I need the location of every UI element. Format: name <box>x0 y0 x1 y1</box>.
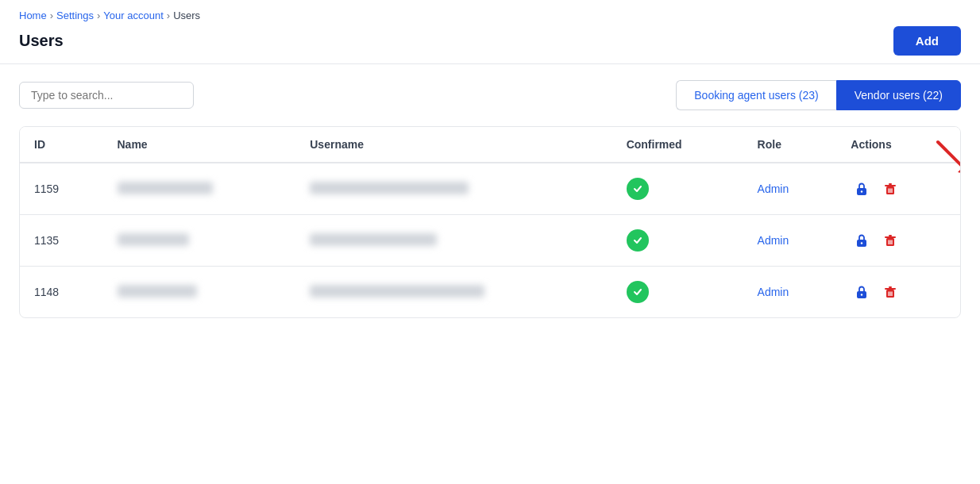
cell-username <box>295 267 612 318</box>
cell-id: 1148 <box>20 267 103 318</box>
cell-role[interactable]: Admin <box>743 267 837 318</box>
confirmed-check-icon <box>627 229 649 252</box>
table-row: 1148Admin <box>20 267 960 318</box>
cell-actions <box>836 215 960 267</box>
actions-group <box>851 281 946 303</box>
users-table: ID Name Username Confirmed Role Actions … <box>20 127 960 317</box>
search-input[interactable] <box>19 82 194 109</box>
cell-name <box>103 215 296 267</box>
breadcrumb-your-account[interactable]: Your account <box>103 10 163 21</box>
svg-rect-25 <box>889 286 892 288</box>
role-link[interactable]: Admin <box>758 182 789 195</box>
svg-point-13 <box>861 242 862 244</box>
table-row: 1159Admin <box>20 163 960 215</box>
page-title: Users <box>19 32 64 50</box>
breadcrumb-sep-3: › <box>167 10 170 21</box>
cell-name <box>103 163 296 215</box>
svg-rect-24 <box>885 288 896 290</box>
svg-point-0 <box>631 182 644 195</box>
svg-point-20 <box>631 286 644 298</box>
col-actions: Actions <box>836 127 960 163</box>
breadcrumb-sep-1: › <box>50 10 53 21</box>
cell-id: 1159 <box>20 163 103 215</box>
svg-rect-15 <box>885 236 896 238</box>
col-name: Name <box>103 127 296 163</box>
col-username: Username <box>295 127 612 163</box>
toolbar: Booking agent users (23) Vendor users (2… <box>0 64 980 126</box>
lock-icon[interactable] <box>851 229 873 252</box>
breadcrumb-sep-2: › <box>97 10 100 21</box>
table-row: 1135Admin <box>20 215 960 267</box>
cell-username <box>295 215 612 267</box>
delete-icon[interactable] <box>879 281 901 303</box>
col-confirmed: Confirmed <box>612 127 743 163</box>
lock-icon[interactable] <box>851 281 873 303</box>
cell-actions <box>836 267 960 318</box>
role-link[interactable]: Admin <box>758 286 789 298</box>
cell-id: 1135 <box>20 215 103 267</box>
svg-point-2 <box>861 190 862 192</box>
svg-rect-16 <box>889 235 892 236</box>
tab-vendor-users[interactable]: Vendor users (22) <box>836 80 961 110</box>
breadcrumb-settings[interactable]: Settings <box>56 10 94 21</box>
actions-group <box>851 178 946 200</box>
confirmed-check-icon <box>627 178 649 200</box>
col-role: Role <box>743 127 837 163</box>
confirmed-check-icon <box>627 281 649 303</box>
cell-confirmed <box>612 163 743 215</box>
svg-point-11 <box>631 234 644 247</box>
cell-actions <box>836 163 960 215</box>
role-link[interactable]: Admin <box>758 234 789 247</box>
svg-rect-4 <box>885 185 896 186</box>
header-bar: Home › Settings › Your account › Users U… <box>0 0 980 64</box>
breadcrumb-home[interactable]: Home <box>19 10 47 21</box>
lock-icon[interactable] <box>851 178 873 200</box>
actions-group <box>851 229 946 252</box>
svg-marker-10 <box>958 162 961 175</box>
col-id: ID <box>20 127 103 163</box>
tab-booking-agent-users[interactable]: Booking agent users (23) <box>676 80 835 110</box>
cell-confirmed <box>612 215 743 267</box>
cell-role[interactable]: Admin <box>743 163 837 215</box>
add-button[interactable]: Add <box>893 26 961 56</box>
breadcrumb: Home › Settings › Your account › Users <box>19 10 961 21</box>
users-table-container: ID Name Username Confirmed Role Actions … <box>19 126 961 318</box>
table-header-row: ID Name Username Confirmed Role Actions <box>20 127 960 163</box>
svg-point-22 <box>861 294 862 295</box>
delete-icon[interactable] <box>879 178 901 200</box>
tab-group: Booking agent users (23) Vendor users (2… <box>676 80 961 110</box>
header-row: Users Add <box>19 26 961 56</box>
cell-username <box>295 163 612 215</box>
breadcrumb-users: Users <box>173 10 200 21</box>
cell-confirmed <box>612 267 743 318</box>
cell-name <box>103 267 296 318</box>
svg-rect-5 <box>889 183 892 185</box>
cell-role[interactable]: Admin <box>743 215 837 267</box>
delete-icon[interactable] <box>879 229 901 252</box>
